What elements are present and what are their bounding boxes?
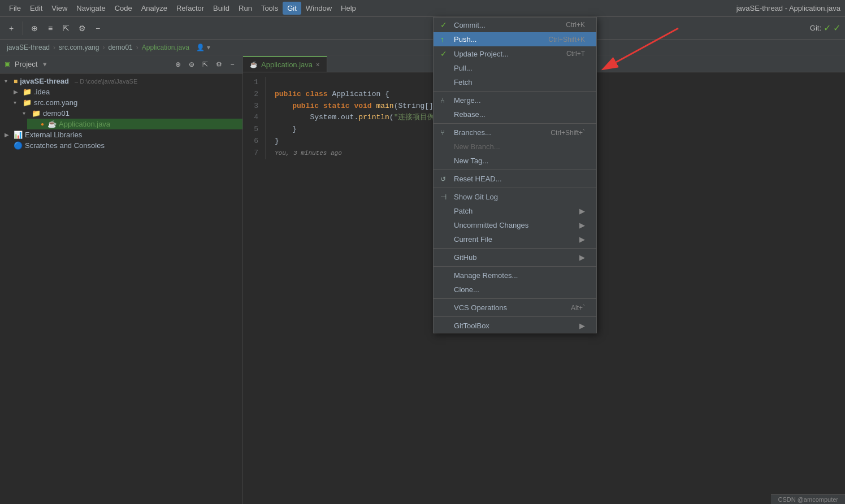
menu-item-pull[interactable]: Pull... [434,61,596,75]
breadcrumb-file[interactable]: Application.java [142,44,189,51]
project-path: – D:\code\java\JavaSE [75,78,137,85]
sidebar-item-project[interactable]: ▾ ■ javaSE-thread – D:\code\java\JavaSE [0,76,242,86]
menu-item-clone[interactable]: Clone... [434,283,596,297]
menu-file[interactable]: File [5,2,25,15]
commit-shortcut: Ctrl+K [566,21,585,29]
patch-arrow-icon: ▶ [579,207,585,215]
menu-window[interactable]: Window [301,2,336,15]
menu-item-fetch[interactable]: Fetch [434,75,596,89]
vcs-shortcut: Alt+` [571,304,585,312]
tab-close-button[interactable]: × [316,61,319,68]
sidebar-item-demo01[interactable]: ▾ 📁 demo01 [18,108,242,119]
expand-arrow-project: ▾ [5,78,11,84]
menu-build[interactable]: Build [209,2,234,15]
menu-item-label-reset-head: Reset HEAD... [454,175,585,183]
menu-item-label-fetch: Fetch [454,78,585,86]
breadcrumb-project[interactable]: javaSE-thread [7,44,50,51]
git-check-1: ✓ [824,23,831,33]
expand-arrow-idea: ▶ [14,89,20,95]
menu-item-commit[interactable]: ✓ Commit... Ctrl+K [434,18,596,32]
menu-item-patch[interactable]: Patch ▶ [434,204,596,218]
sidebar-dropdown-icon[interactable]: ▾ [43,60,47,68]
menu-item-label-new-tag: New Tag... [454,157,585,165]
menu-item-new-tag[interactable]: New Tag... [434,154,596,168]
menu-item-label-merge: Merge... [454,96,585,105]
menu-item-github[interactable]: GitHub ▶ [434,250,596,264]
sidebar-toolbar: ⊕ ⊜ ⇱ ⚙ − [172,59,238,70]
menu-item-vcs-operations[interactable]: VCS Operations Alt+` [434,301,596,315]
breadcrumb-dropdown-icon[interactable]: ▾ [207,44,210,51]
menu-git[interactable]: Git [283,2,301,15]
uncommitted-arrow-icon: ▶ [579,221,585,229]
menu-code[interactable]: Code [110,2,137,15]
toolbar-settings-icon[interactable]: ⚙ [75,21,89,35]
sidebar-item-external-libraries[interactable]: ▶ 📊 External Libraries [0,129,242,140]
folder-icon-idea: 📁 [23,88,32,96]
breadcrumb-user-icon: 👤 [196,44,205,51]
update-shortcut: Ctrl+T [566,50,585,58]
menu-item-label-current-file: Current File [454,235,575,244]
menu-item-current-file[interactable]: Current File ▶ [434,232,596,246]
toolbar-add-icon[interactable]: + [5,21,18,35]
sidebar-item-application-java[interactable]: ▶ ● ☕ Application.java [27,119,242,129]
menu-item-manage-remotes[interactable]: Manage Remotes... [434,268,596,283]
menu-view[interactable]: View [47,2,72,15]
menu-item-reset-head[interactable]: ↺ Reset HEAD... [434,172,596,186]
current-file-arrow-icon: ▶ [579,235,585,244]
breadcrumb-package[interactable]: src.com.yang [59,44,99,51]
sidebar-locate-icon[interactable]: ⊜ [186,59,197,70]
breadcrumb-sep-2: › [102,44,105,51]
breadcrumb-folder[interactable]: demo01 [108,44,132,51]
menu-item-label-rebase: Rebase... [454,110,585,119]
toolbar-collapse-icon[interactable]: ⇱ [59,21,73,35]
toolbar-sort-icon[interactable]: ≡ [44,21,57,35]
toolbar-minimize-icon[interactable]: − [91,21,105,35]
breadcrumb-sep-1: › [53,44,55,51]
git-toolbar: Git: ✓ ✓ [810,23,840,33]
menu-item-branches[interactable]: ⑂ Branches... Ctrl+Shift+` [434,125,596,140]
menu-item-uncommitted-changes[interactable]: Uncommitted Changes ▶ [434,218,596,232]
menu-navigate[interactable]: Navigate [72,2,110,15]
menu-item-merge[interactable]: ⑃ Merge... [434,93,596,107]
menu-item-label-show-git-log: Show Git Log [454,193,585,201]
menu-item-show-git-log[interactable]: ⊣ Show Git Log [434,190,596,204]
breadcrumb-sep-3: › [136,44,138,51]
tab-label: Application.java [261,60,313,69]
branches-shortcut: Ctrl+Shift+` [551,129,585,137]
menu-sep-6 [434,266,596,267]
menu-item-label-uncommitted-changes: Uncommitted Changes [454,221,575,229]
menu-item-new-branch[interactable]: New Branch... [434,140,596,154]
sidebar: ▣ Project ▾ ⊕ ⊜ ⇱ ⚙ − ▾ ■ javaSE-thread … [0,55,243,504]
menu-item-push[interactable]: ↑ Push... Ctrl+Shift+K [434,32,596,46]
sidebar-item-idea[interactable]: ▶ 📁 .idea [9,86,242,97]
menu-help[interactable]: Help [336,2,361,15]
sidebar-add-icon[interactable]: ⊕ [172,59,184,70]
menu-tools[interactable]: Tools [257,2,283,15]
menu-refactor[interactable]: Refactor [172,2,209,15]
menu-sep-3 [434,170,596,170]
push-arrow-icon: ↑ [440,35,449,44]
sidebar-item-src[interactable]: ▾ 📁 src.com.yang [9,97,242,108]
menu-item-gittoolbox[interactable]: GitToolBox ▶ [434,319,596,333]
main-layout: ▣ Project ▾ ⊕ ⊜ ⇱ ⚙ − ▾ ■ javaSE-thread … [0,55,845,504]
menu-item-label-update: Update Project... [454,50,562,58]
sidebar-collapse-icon[interactable]: ⇱ [200,59,211,70]
expand-arrow-demo01: ▾ [23,110,29,116]
breadcrumb: javaSE-thread › src.com.yang › demo01 › … [0,40,845,55]
menu-run[interactable]: Run [234,2,257,15]
editor-tab-application[interactable]: ☕ Application.java × [243,56,327,72]
toolbar-sync-icon[interactable]: ⊕ [28,21,41,35]
menu-item-rebase[interactable]: Rebase... [434,107,596,121]
menu-sep-8 [434,316,596,317]
sidebar-item-scratches[interactable]: ▶ 🔵 Scratches and Consoles [0,140,242,151]
github-arrow-icon: ▶ [579,253,585,262]
menu-item-update[interactable]: ✓ Update Project... Ctrl+T [434,46,596,61]
sidebar-settings-icon[interactable]: ⚙ [213,59,224,70]
menu-item-label-github: GitHub [454,253,575,262]
sidebar-minimize-icon[interactable]: − [227,59,238,70]
sidebar-folder-icon: ▣ [5,60,10,68]
menu-edit[interactable]: Edit [25,2,47,15]
menu-analyze[interactable]: Analyze [137,2,172,15]
sidebar-tree: ▾ ■ javaSE-thread – D:\code\java\JavaSE … [0,73,242,153]
menu-item-label-gittoolbox: GitToolBox [454,321,575,330]
